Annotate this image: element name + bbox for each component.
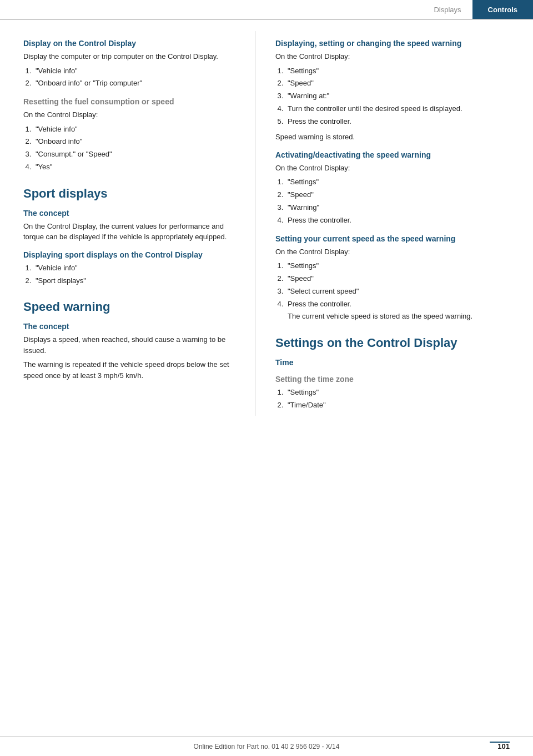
list-item: "Onboard info" or "Trip computer" bbox=[33, 78, 238, 89]
list-item: "Time/Date" bbox=[285, 400, 516, 411]
tab-controls[interactable]: Controls bbox=[472, 0, 533, 19]
right-column: Displaying, setting or changing the spee… bbox=[255, 31, 533, 416]
tab-controls-label: Controls bbox=[488, 6, 517, 14]
list-item: "Warning" bbox=[285, 202, 516, 214]
section2-body: On the Control Display: bbox=[23, 109, 238, 120]
right-section1-title: Displaying, setting or changing the spee… bbox=[275, 39, 516, 48]
right-section3-body: On the Control Display: bbox=[275, 246, 516, 258]
time-title: Time bbox=[275, 358, 516, 367]
concept-title: The concept bbox=[23, 209, 238, 218]
list-item: "Settings" bbox=[285, 387, 516, 399]
right-section2-title: Activating/deactivating the speed warnin… bbox=[275, 150, 516, 159]
list-item: "Yes" bbox=[33, 162, 238, 173]
section2-list: "Vehicle info" "Onboard info" "Consumpt.… bbox=[33, 124, 238, 173]
speed-warning-body1: Displays a speed, when reached, should c… bbox=[23, 334, 238, 356]
right-section4-title: Settings on the Control Display bbox=[275, 336, 516, 350]
section-speed-warning: Speed warning The concept Displays a spe… bbox=[23, 300, 238, 381]
section4-title: Speed warning bbox=[23, 300, 238, 314]
right-section2-list: "Settings" "Speed" "Warning" Press the c… bbox=[285, 177, 516, 226]
section1-body: Display the computer or trip computer on… bbox=[23, 51, 238, 62]
section-sport-displays: Sport displays The concept On the Contro… bbox=[23, 187, 238, 287]
right-section1-list: "Settings" "Speed" "Warning at:" Turn th… bbox=[285, 65, 516, 128]
list-item: Press the controller. bbox=[285, 215, 516, 226]
list-item: "Settings" bbox=[285, 65, 516, 77]
list-item: "Speed" bbox=[285, 189, 516, 201]
time-zone-list: "Settings" "Time/Date" bbox=[285, 387, 516, 411]
right-section3-title: Setting your current speed as the speed … bbox=[275, 234, 516, 243]
list-item: Press the controller. bbox=[285, 116, 516, 128]
concept-body: On the Control Display, the current valu… bbox=[23, 221, 238, 243]
list-item: "Sport displays" bbox=[33, 275, 238, 287]
list-item: "Settings" bbox=[285, 177, 516, 188]
section-displaying-setting-speed: Displaying, setting or changing the spee… bbox=[275, 39, 516, 143]
tab-displays[interactable]: Displays bbox=[423, 0, 472, 19]
section3-title: Sport displays bbox=[23, 187, 238, 201]
footer-page-number: 101 bbox=[497, 742, 510, 750]
section-resetting-fuel: Resetting the fuel consumption or speed … bbox=[23, 97, 238, 173]
setting-time-zone-title: Setting the time zone bbox=[275, 375, 516, 384]
page-header: Displays Controls bbox=[0, 0, 533, 20]
section1-list: "Vehicle info" "Onboard info" or "Trip c… bbox=[33, 65, 238, 90]
displaying-sport-list: "Vehicle info" "Sport displays" bbox=[33, 263, 238, 287]
section-display-on-control-display: Display on the Control Display Display t… bbox=[23, 39, 238, 89]
right-section3-list: "Settings" "Speed" "Select current speed… bbox=[285, 260, 516, 322]
main-content: Display on the Control Display Display t… bbox=[0, 20, 533, 427]
list-item: "Onboard info" bbox=[33, 136, 238, 148]
list-item: "Speed" bbox=[285, 273, 516, 285]
left-column: Display on the Control Display Display t… bbox=[0, 31, 255, 416]
list-item: "Select current speed" bbox=[285, 286, 516, 298]
list-item: "Vehicle info" bbox=[33, 124, 238, 135]
list-item: "Vehicle info" bbox=[33, 65, 238, 77]
speed-warning-concept-title: The concept bbox=[23, 322, 238, 331]
section-activating-speed: Activating/deactivating the speed warnin… bbox=[275, 150, 516, 226]
section2-title: Resetting the fuel consumption or speed bbox=[23, 97, 238, 106]
list-item: "Warning at:" bbox=[285, 90, 516, 102]
list-item: "Consumpt." or "Speed" bbox=[33, 149, 238, 160]
footer-text: Online Edition for Part no. 01 40 2 956 … bbox=[194, 743, 340, 750]
section-settings-control-display: Settings on the Control Display Time Set… bbox=[275, 336, 516, 411]
list-item: "Vehicle info" bbox=[33, 263, 238, 274]
right-section1-note: Speed warning is stored. bbox=[275, 132, 516, 143]
section-setting-current-speed: Setting your current speed as the speed … bbox=[275, 234, 516, 322]
section1-title: Display on the Control Display bbox=[23, 39, 238, 48]
list-item: Turn the controller until the desired sp… bbox=[285, 103, 516, 115]
list-item: "Settings" bbox=[285, 260, 516, 272]
speed-warning-body2: The warning is repeated if the vehicle s… bbox=[23, 359, 238, 381]
tab-displays-label: Displays bbox=[434, 6, 461, 14]
list-item: "Speed" bbox=[285, 78, 516, 89]
page-footer: Online Edition for Part no. 01 40 2 956 … bbox=[0, 736, 533, 756]
list-item: Press the controller. The current vehicl… bbox=[285, 299, 516, 323]
right-section1-body: On the Control Display: bbox=[275, 51, 516, 62]
displaying-sport-title: Displaying sport displays on the Control… bbox=[23, 250, 238, 259]
right-section2-body: On the Control Display: bbox=[275, 163, 516, 174]
